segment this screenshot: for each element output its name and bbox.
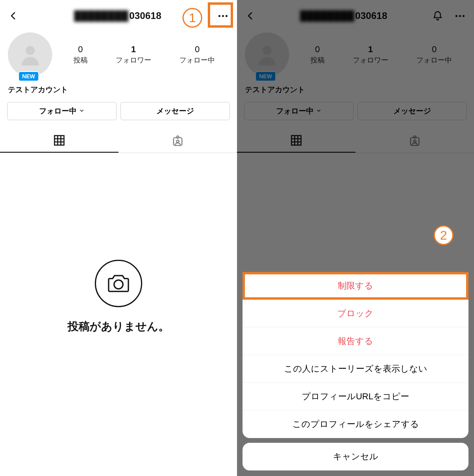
more-options-button[interactable] bbox=[214, 7, 231, 25]
tab-tagged[interactable] bbox=[118, 129, 237, 153]
svg-rect-8 bbox=[410, 138, 419, 145]
profile-info-row: NEW 0 投稿 1 フォロワー 0 フォロー中 bbox=[0, 32, 237, 77]
svg-rect-2 bbox=[173, 138, 182, 145]
chevron-left-icon bbox=[246, 11, 255, 21]
chevron-down-icon bbox=[79, 108, 85, 113]
person-icon bbox=[254, 42, 280, 68]
posts-stat[interactable]: 0 投稿 bbox=[73, 44, 88, 65]
following-button[interactable]: フォロー中 bbox=[7, 102, 117, 120]
avatar[interactable] bbox=[8, 32, 52, 77]
header: ████████030618 bbox=[237, 0, 474, 32]
followers-stat[interactable]: 1 フォロワー bbox=[116, 44, 151, 65]
svg-point-10 bbox=[414, 140, 416, 142]
menu-cancel[interactable]: キャンセル bbox=[243, 443, 468, 470]
tab-tagged[interactable] bbox=[356, 129, 474, 153]
step-badge-2: 2 bbox=[434, 225, 453, 245]
menu-restrict[interactable]: 制限する bbox=[243, 272, 468, 300]
tagged-icon bbox=[171, 134, 184, 147]
svg-rect-1 bbox=[55, 136, 64, 145]
tab-grid[interactable] bbox=[237, 129, 356, 153]
followers-stat[interactable]: 1 フォロワー bbox=[353, 44, 388, 65]
svg-point-4 bbox=[177, 140, 179, 142]
tagged-icon bbox=[408, 134, 421, 147]
back-button[interactable] bbox=[243, 8, 258, 24]
svg-point-0 bbox=[26, 46, 35, 55]
action-sheet: 制限する ブロック 報告する この人にストーリーズを表示しない プロフィールUR… bbox=[243, 272, 468, 438]
action-sheet-wrapper: 制限する ブロック 報告する この人にストーリーズを表示しない プロフィールUR… bbox=[243, 272, 468, 470]
svg-rect-7 bbox=[292, 136, 301, 145]
step-badge-1: 1 bbox=[182, 8, 202, 28]
screen-profile: ████████030618 1 NEW 0 投稿 bbox=[0, 0, 237, 476]
chevron-left-icon bbox=[9, 11, 18, 21]
menu-report[interactable]: 報告する bbox=[243, 327, 468, 355]
menu-hide-stories[interactable]: この人にストーリーズを表示しない bbox=[243, 355, 468, 383]
bell-icon bbox=[432, 10, 443, 21]
camera-icon bbox=[107, 273, 130, 294]
more-options-button[interactable] bbox=[451, 7, 468, 25]
empty-text: 投稿がありません。 bbox=[68, 319, 169, 334]
grid-icon bbox=[53, 134, 66, 147]
following-stat[interactable]: 0 フォロー中 bbox=[416, 44, 452, 65]
message-button[interactable]: メッセージ bbox=[357, 102, 467, 120]
username-text: ████████030618 bbox=[261, 10, 426, 21]
new-badge: NEW bbox=[18, 71, 39, 81]
menu-copy-url[interactable]: プロフィールURLをコピー bbox=[243, 383, 468, 410]
screen-profile-menu: ████████030618 NEW 0 投稿 bbox=[237, 0, 474, 476]
empty-posts: 投稿がありません。 bbox=[0, 260, 237, 334]
person-icon bbox=[17, 42, 43, 68]
posts-stat[interactable]: 0 投稿 bbox=[310, 44, 325, 65]
chevron-down-icon bbox=[316, 108, 322, 113]
grid-icon bbox=[290, 134, 303, 147]
profile-info-row: NEW 0 投稿 1 フォロワー 0 フォロー中 bbox=[237, 32, 474, 77]
tab-grid[interactable] bbox=[0, 129, 118, 153]
menu-share-profile[interactable]: このプロフィールをシェアする bbox=[243, 410, 468, 438]
svg-point-6 bbox=[263, 46, 272, 55]
new-badge: NEW bbox=[255, 71, 276, 81]
message-button[interactable]: メッセージ bbox=[120, 102, 230, 120]
notification-button[interactable] bbox=[429, 7, 446, 25]
menu-block[interactable]: ブロック bbox=[243, 300, 468, 327]
camera-circle-icon bbox=[95, 260, 142, 307]
profile-tabs bbox=[0, 129, 237, 153]
following-stat[interactable]: 0 フォロー中 bbox=[179, 44, 215, 65]
svg-point-5 bbox=[114, 280, 123, 289]
profile-tabs bbox=[237, 129, 474, 153]
avatar[interactable] bbox=[245, 32, 289, 77]
back-button[interactable] bbox=[6, 8, 21, 24]
following-button[interactable]: フォロー中 bbox=[244, 102, 354, 120]
